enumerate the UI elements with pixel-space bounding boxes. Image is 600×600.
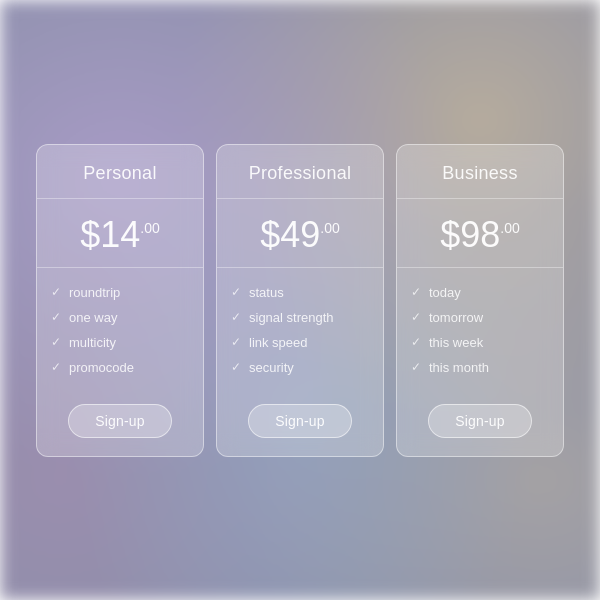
feature-label: security: [249, 360, 294, 375]
check-icon: ✓: [411, 310, 421, 324]
signup-button-professional[interactable]: Sign-up: [248, 404, 352, 438]
feature-label: tomorrow: [429, 310, 483, 325]
feature-item: ✓today: [411, 280, 549, 305]
feature-label: status: [249, 285, 284, 300]
feature-label: signal strength: [249, 310, 334, 325]
feature-label: promocode: [69, 360, 134, 375]
check-icon: ✓: [51, 310, 61, 324]
feature-item: ✓tomorrow: [411, 305, 549, 330]
card-price-business: $98.00: [440, 217, 520, 253]
check-icon: ✓: [51, 335, 61, 349]
card-personal: Personal$14.00✓roundtrip✓one way✓multici…: [36, 144, 204, 457]
card-features-professional: ✓status✓signal strength✓link speed✓secur…: [217, 268, 383, 392]
card-professional: Professional$49.00✓status✓signal strengt…: [216, 144, 384, 457]
card-business: Business$98.00✓today✓tomorrow✓this week✓…: [396, 144, 564, 457]
feature-label: multicity: [69, 335, 116, 350]
card-features-business: ✓today✓tomorrow✓this week✓this month: [397, 268, 563, 392]
signup-button-personal[interactable]: Sign-up: [68, 404, 172, 438]
card-price-professional: $49.00: [260, 217, 340, 253]
card-price-personal: $14.00: [80, 217, 160, 253]
feature-label: this week: [429, 335, 483, 350]
feature-label: this month: [429, 360, 489, 375]
feature-label: today: [429, 285, 461, 300]
card-title-business: Business: [407, 163, 553, 184]
check-icon: ✓: [51, 360, 61, 374]
check-icon: ✓: [411, 335, 421, 349]
check-icon: ✓: [231, 335, 241, 349]
feature-label: one way: [69, 310, 117, 325]
card-features-personal: ✓roundtrip✓one way✓multicity✓promocode: [37, 268, 203, 392]
feature-item: ✓security: [231, 355, 369, 380]
check-icon: ✓: [231, 360, 241, 374]
feature-item: ✓signal strength: [231, 305, 369, 330]
feature-item: ✓status: [231, 280, 369, 305]
feature-item: ✓roundtrip: [51, 280, 189, 305]
feature-item: ✓this week: [411, 330, 549, 355]
pricing-container: Personal$14.00✓roundtrip✓one way✓multici…: [16, 124, 584, 477]
feature-item: ✓this month: [411, 355, 549, 380]
feature-item: ✓link speed: [231, 330, 369, 355]
feature-item: ✓one way: [51, 305, 189, 330]
check-icon: ✓: [411, 360, 421, 374]
check-icon: ✓: [411, 285, 421, 299]
feature-label: roundtrip: [69, 285, 120, 300]
feature-label: link speed: [249, 335, 308, 350]
feature-item: ✓multicity: [51, 330, 189, 355]
card-title-professional: Professional: [227, 163, 373, 184]
feature-item: ✓promocode: [51, 355, 189, 380]
check-icon: ✓: [51, 285, 61, 299]
card-title-personal: Personal: [47, 163, 193, 184]
check-icon: ✓: [231, 285, 241, 299]
check-icon: ✓: [231, 310, 241, 324]
signup-button-business[interactable]: Sign-up: [428, 404, 532, 438]
